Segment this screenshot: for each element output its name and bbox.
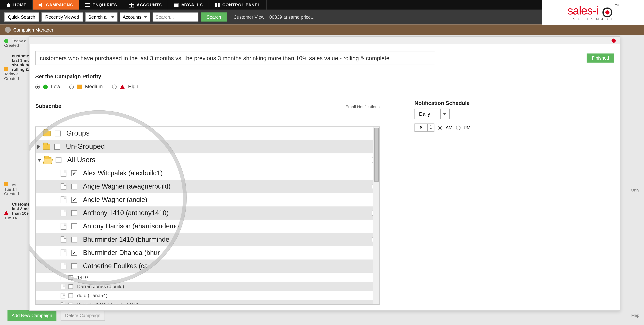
tree-allusers[interactable]: All Users — [36, 153, 379, 167]
tree-user-row[interactable]: Bhurminder 1410 (bhurminde — [36, 233, 379, 246]
card1-line2: Created — [4, 43, 19, 48]
collapse-icon[interactable] — [37, 158, 42, 161]
email-notifications-label: Email Notifications — [346, 104, 380, 109]
user-checkbox[interactable] — [72, 170, 77, 176]
schedule-dropdown[interactable]: Daily — [414, 109, 450, 119]
svg-rect-5 — [215, 2, 217, 4]
tree-user-row[interactable]: Darren Jones (djbuild) — [36, 282, 379, 291]
nav-enquiries[interactable]: ENQUIRIES — [79, 0, 123, 9]
nav-mycalls[interactable]: MYCALLS — [168, 0, 209, 9]
groups-checkbox[interactable] — [55, 131, 60, 136]
user-checkbox[interactable] — [72, 197, 77, 203]
file-icon — [60, 293, 65, 298]
notification-column: Notification Schedule Daily 8 ▲▼ AM PM — [414, 100, 514, 132]
user-checkbox[interactable] — [68, 284, 73, 289]
customer-view-link[interactable]: Customer View — [234, 14, 264, 19]
svg-rect-6 — [218, 2, 220, 4]
logo-target-icon — [602, 7, 612, 17]
user-label: Deepika 1410 (deepika1410) — [77, 302, 138, 305]
tree-groups[interactable]: Groups — [36, 127, 379, 140]
nav-control[interactable]: CONTROL PANEL — [209, 0, 266, 9]
am-radio[interactable] — [438, 125, 442, 130]
card3-line1: Tue 14 — [4, 187, 17, 192]
nav-home[interactable]: HOME — [0, 0, 33, 9]
user-checkbox[interactable] — [72, 223, 77, 229]
priority-low-radio[interactable] — [35, 84, 40, 89]
tree-user-row[interactable]: Deepika 1410 (deepika1410) — [36, 300, 379, 305]
quick-search-button[interactable]: Quick Search — [4, 12, 39, 22]
folder-icon — [43, 144, 50, 150]
priority-orange-icon — [77, 84, 82, 89]
tree-user-row[interactable]: dd d (iliana54) — [36, 291, 379, 300]
breadcrumb-bar: Campaign Manager — [0, 24, 644, 35]
user-label: Angie Wagner (awagnerbuild) — [83, 183, 170, 190]
tree-user-row[interactable]: Catherine Foulkes (ca — [36, 260, 379, 273]
expand-icon[interactable] — [37, 145, 40, 149]
spinner-up-icon[interactable]: ▲ — [428, 124, 434, 127]
user-label: Alex Witcpalek (alexbuild1) — [83, 169, 163, 177]
user-checkbox[interactable] — [72, 250, 77, 256]
search-scope-dropdown[interactable]: Search all — [85, 12, 117, 22]
marquee-text: 00339 at same price... — [269, 14, 314, 19]
search-type-dropdown[interactable]: Accounts — [120, 12, 150, 22]
search-type-label: Accounts — [123, 14, 141, 19]
priority-dot-orange — [4, 67, 8, 71]
nav-enquiries-label: ENQUIRIES — [92, 2, 117, 7]
tree-user-row[interactable]: Alex Witcpalek (alexbuild1) — [36, 167, 379, 180]
search-input[interactable]: Search... — [153, 12, 198, 22]
priority-dot-red — [4, 211, 8, 215]
user-label: dd d (iliana54) — [77, 293, 108, 298]
user-checkbox[interactable] — [72, 263, 77, 269]
user-checkbox[interactable] — [68, 293, 73, 298]
user-checkbox[interactable] — [68, 303, 73, 305]
tree-user-row[interactable]: Angie Wagner (angie) — [36, 193, 379, 206]
breadcrumb-label: Campaign Manager — [13, 27, 53, 32]
file-icon — [60, 275, 65, 280]
priority-medium-radio[interactable] — [69, 84, 74, 89]
card1-line1: Today a — [12, 38, 26, 43]
side-tab-only[interactable]: Only — [631, 188, 639, 192]
svg-rect-8 — [218, 5, 220, 7]
file-icon — [60, 284, 65, 289]
delete-campaign-button[interactable]: Delete Campaign — [60, 310, 105, 321]
logo-text: sales-i — [568, 4, 598, 17]
tree-user-row[interactable]: Anthony 1410 (anthony1410) — [36, 206, 379, 220]
tree-user-row[interactable]: 1410 — [36, 273, 379, 282]
nav-accounts[interactable]: ACCOUNTS — [123, 0, 168, 9]
ungrouped-checkbox[interactable] — [54, 144, 60, 150]
groups-label: Groups — [66, 129, 90, 138]
add-campaign-button[interactable]: Add New Campaign — [8, 310, 56, 321]
tree-user-row[interactable]: Bhurminder Dhanda (bhur — [36, 246, 379, 259]
close-icon[interactable] — [612, 38, 616, 43]
nav-campaigns-label: CAMPAIGNS — [46, 2, 73, 7]
scrollbar-thumb[interactable] — [374, 128, 379, 182]
user-label: Bhurminder 1410 (bhurminde — [83, 236, 169, 243]
campaign-modal: Finished Set the Campaign Priority Low M… — [29, 36, 620, 311]
user-checkbox[interactable] — [72, 184, 77, 189]
pm-radio[interactable] — [456, 125, 460, 130]
priority-high-radio[interactable] — [112, 84, 116, 89]
search-button[interactable]: Search — [201, 12, 227, 22]
tree-ungrouped[interactable]: Un-Grouped — [36, 140, 379, 153]
chevron-down-icon — [111, 16, 114, 18]
nav-campaigns[interactable]: CAMPAIGNS — [33, 0, 79, 9]
tree-user-row[interactable]: Angie Wagner (awagnerbuild) — [36, 180, 379, 193]
user-checkbox[interactable] — [72, 237, 77, 243]
recently-viewed-button[interactable]: Recently Viewed — [42, 12, 83, 22]
hour-spinner[interactable]: 8 ▲▼ — [414, 123, 434, 132]
spinner-down-icon[interactable]: ▼ — [428, 127, 434, 131]
file-icon — [60, 250, 66, 256]
finished-button[interactable]: Finished — [587, 53, 614, 63]
modal-body: Finished Set the Campaign Priority Low M… — [29, 44, 620, 311]
campaign-title-input[interactable] — [35, 51, 435, 65]
subscribe-heading: Subscribe — [35, 103, 61, 109]
user-checkbox[interactable] — [72, 210, 77, 216]
allusers-checkbox[interactable] — [56, 157, 62, 163]
tree-user-row[interactable]: Antony Harrison (aharrisondemo — [36, 220, 379, 233]
hour-value: 8 — [415, 124, 428, 131]
side-tab-map[interactable]: Map — [631, 313, 640, 318]
user-checkbox[interactable] — [68, 275, 73, 280]
file-icon — [60, 223, 66, 230]
nav-accounts-label: ACCOUNTS — [136, 2, 162, 7]
tree-scrollbar[interactable] — [374, 127, 379, 304]
